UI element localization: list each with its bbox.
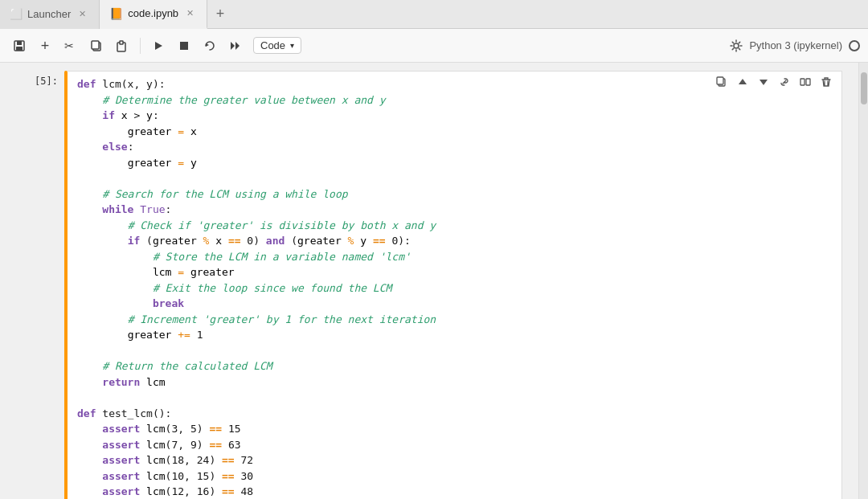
kernel-name: Python 3 (ipykernel) xyxy=(749,39,842,51)
scrollbar-thumb[interactable] xyxy=(861,72,867,104)
paste-button[interactable] xyxy=(111,35,133,57)
svg-rect-9 xyxy=(180,42,188,50)
cell-type-chevron: ▾ xyxy=(290,41,294,50)
cell-delete-btn[interactable] xyxy=(817,75,835,92)
launcher-tab-close[interactable]: ✕ xyxy=(76,7,89,21)
copy-button[interactable] xyxy=(85,35,108,57)
svg-marker-8 xyxy=(155,42,162,50)
tab-launcher[interactable]: ⬜ Launcher ✕ xyxy=(0,0,100,29)
svg-point-13 xyxy=(734,43,739,48)
cell-type-dropdown[interactable]: Code ▾ xyxy=(253,37,301,54)
cell-link-btn[interactable] xyxy=(776,75,793,92)
cell-1-body[interactable]: def lcm(x, y): # Determine the greater v… xyxy=(68,71,842,499)
settings-icon[interactable] xyxy=(730,39,743,52)
notebook-area: [5]: xyxy=(0,63,868,499)
cell-move-down-btn[interactable] xyxy=(755,75,772,92)
toolbar: + ✂ Code ▾ Python 3 (ipykernel) xyxy=(0,29,868,63)
cut-button[interactable]: ✂ xyxy=(59,35,82,57)
run-button[interactable] xyxy=(147,35,170,57)
cell-mirror-btn[interactable] xyxy=(796,75,814,92)
svg-marker-12 xyxy=(235,42,240,50)
tab-bar: ⬜ Launcher ✕ 📙 code.ipynb ✕ + xyxy=(0,0,868,29)
svg-rect-7 xyxy=(120,41,123,44)
svg-text:✂: ✂ xyxy=(64,39,74,52)
cell-1: [5]: xyxy=(16,71,842,499)
add-cell-button[interactable]: + xyxy=(34,35,56,57)
svg-rect-1 xyxy=(17,41,22,45)
svg-rect-2 xyxy=(16,47,23,51)
svg-marker-10 xyxy=(206,43,209,47)
launcher-tab-icon: ⬜ xyxy=(10,8,23,20)
svg-rect-19 xyxy=(806,79,810,85)
kernel-info: Python 3 (ipykernel) xyxy=(730,39,860,52)
cell-1-code: def lcm(x, y): # Determine the greater v… xyxy=(77,76,832,499)
svg-rect-5 xyxy=(92,41,99,49)
notebook-tab-close[interactable]: ✕ xyxy=(183,6,197,20)
svg-rect-15 xyxy=(717,77,723,84)
tab-notebook[interactable]: 📙 code.ipynb ✕ xyxy=(100,0,207,29)
launcher-tab-label: Launcher xyxy=(27,8,71,20)
svg-marker-11 xyxy=(231,42,235,50)
notebook-content: [5]: xyxy=(0,63,858,499)
fast-forward-button[interactable] xyxy=(224,35,247,57)
svg-marker-17 xyxy=(760,80,768,85)
kernel-status-circle xyxy=(849,40,860,51)
notebook-tab-label: code.ipynb xyxy=(128,7,178,19)
cell-1-toolbar xyxy=(713,75,835,92)
cell-move-up-btn[interactable] xyxy=(734,75,751,92)
scrollbar[interactable] xyxy=(858,63,868,499)
svg-rect-18 xyxy=(800,79,805,85)
cell-copy-btn[interactable] xyxy=(713,75,731,92)
toolbar-divider-1 xyxy=(140,38,141,54)
stop-button[interactable] xyxy=(173,35,195,57)
restart-button[interactable] xyxy=(199,35,221,57)
cell-type-label: Code xyxy=(260,39,285,51)
cell-1-run-count: [5]: xyxy=(35,76,58,87)
svg-marker-16 xyxy=(739,79,747,84)
cell-1-gutter: [5]: xyxy=(16,71,64,499)
notebook-tab-icon: 📙 xyxy=(109,7,123,20)
save-button[interactable] xyxy=(8,35,31,57)
add-tab-button[interactable]: + xyxy=(207,0,233,29)
